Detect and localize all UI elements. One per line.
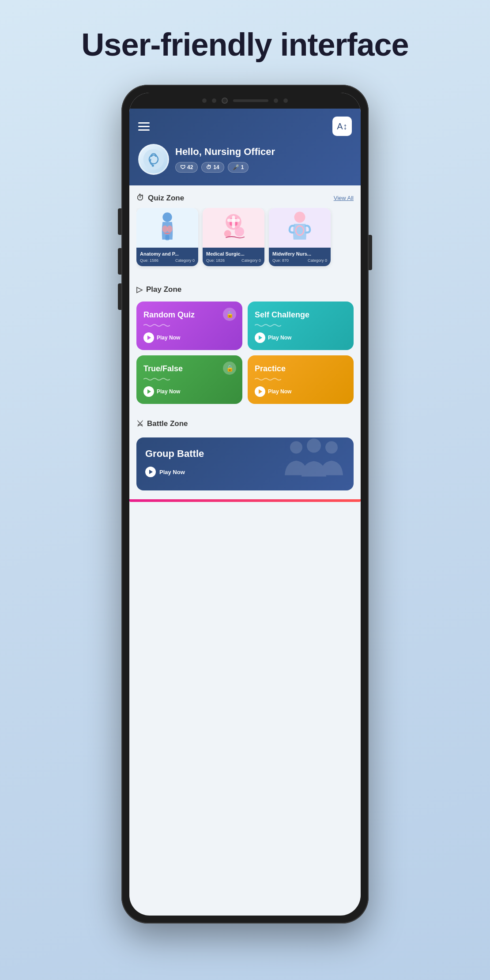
notch-speaker (233, 99, 268, 102)
battle-zone-title: ⚔ Battle Zone (136, 419, 188, 429)
svg-point-19 (325, 441, 338, 454)
play-card-random[interactable]: 🔒 Random Quiz Play Now (136, 302, 242, 350)
play-btn-truefalse[interactable]: Play Now (143, 386, 235, 397)
wave-random (143, 323, 170, 328)
play-card-title-truefalse: True/False (143, 364, 235, 374)
play-zone: ▷ Play Zone 🔒 Random Quiz (136, 277, 354, 404)
anatomy-image (150, 210, 185, 245)
quiz-cat-anatomy: Category 0 (175, 258, 195, 263)
phone-frame: A↕ (121, 85, 369, 923)
svg-point-14 (224, 230, 231, 237)
stat-badge-mic: 🎤 1 (228, 162, 249, 173)
play-btn-label-truefalse: Play Now (157, 388, 180, 395)
quiz-zone-icon: ⏱ (136, 193, 144, 203)
app-header: A↕ (129, 109, 361, 185)
play-zone-icon: ▷ (136, 285, 143, 294)
svg-point-7 (167, 226, 172, 233)
play-btn-circle-random (143, 332, 154, 343)
app-content: A↕ (129, 109, 361, 916)
quiz-card-image-anatomy (136, 208, 198, 248)
notch-camera (222, 98, 228, 104)
battle-card-group[interactable]: Group Battle Play Now (136, 437, 354, 490)
avatar (138, 144, 169, 175)
quiz-card-medical[interactable]: Medical Surgic... Que: 1826 Category 0 (203, 208, 264, 266)
svg-rect-12 (227, 219, 240, 222)
avatar-image (143, 148, 165, 170)
quiz-card-title-midwifery: Midwifery Nurs... (272, 251, 327, 256)
battle-zone-label: Battle Zone (147, 419, 188, 428)
bottom-bar (129, 499, 361, 502)
notch-dot-left (202, 98, 207, 103)
play-triangle-self (259, 335, 262, 340)
play-btn-practice[interactable]: Play Now (255, 386, 347, 397)
main-content: ⏱ Quiz Zone View All (129, 185, 361, 499)
play-triangle-truefalse (147, 389, 151, 394)
play-btn-random[interactable]: Play Now (143, 332, 235, 343)
stat-value-mic: 1 (241, 164, 244, 170)
play-grid: 🔒 Random Quiz Play Now (136, 302, 354, 404)
svg-point-0 (143, 149, 164, 170)
lock-icon-random: 🔒 (223, 308, 236, 321)
shield-icon: 🛡 (180, 164, 185, 170)
play-card-title-self: Self Challenge (255, 310, 347, 320)
stats-row: 🛡 42 ⏱ 14 🎤 1 (175, 162, 352, 173)
play-card-truefalse[interactable]: 🔒 True/False Play Now (136, 355, 242, 404)
play-btn-label-random: Play Now (157, 335, 180, 341)
stat-badge-timer: ⏱ 14 (201, 162, 224, 173)
quiz-card-info-midwifery: Midwifery Nurs... Que: 870 Category 0 (269, 248, 331, 266)
menu-line-2 (138, 126, 150, 127)
play-card-title-practice: Practice (255, 364, 347, 374)
svg-point-5 (162, 212, 172, 222)
svg-rect-11 (232, 215, 235, 228)
stat-badge-shield: 🛡 42 (175, 162, 198, 173)
play-card-practice[interactable]: Practice Play Now (248, 355, 354, 404)
battle-bg-people-icon (279, 438, 349, 490)
wave-truefalse (143, 377, 170, 382)
quiz-card-info-medical: Medical Surgic... Que: 1826 Category 0 (203, 248, 264, 266)
quiz-que-medical: Que: 1826 (206, 258, 225, 263)
stat-value-shield: 42 (187, 164, 193, 170)
phone-notch (129, 93, 361, 109)
play-card-self[interactable]: Self Challenge Play Now (248, 302, 354, 350)
quiz-que-midwifery: Que: 870 (272, 258, 289, 263)
menu-line-1 (138, 122, 150, 124)
notch-dot-mid (212, 98, 216, 103)
play-triangle-practice (259, 389, 262, 394)
play-triangle-random (147, 335, 151, 340)
quiz-cat-medical: Category 0 (241, 258, 261, 263)
svg-point-13 (235, 227, 244, 236)
page-title: User-friendly interface (81, 26, 408, 63)
play-card-title-random: Random Quiz (143, 310, 235, 320)
stat-value-timer: 14 (213, 164, 219, 170)
play-btn-label-self: Play Now (268, 335, 291, 341)
header-top: A↕ (138, 117, 352, 136)
quiz-card-meta-medical: Que: 1826 Category 0 (206, 258, 261, 263)
medical-image (216, 210, 251, 245)
quiz-card-info-anatomy: Anatomy and P... Que: 1586 Category 0 (136, 248, 198, 266)
play-btn-circle-truefalse (143, 386, 154, 397)
mic-icon: 🎤 (233, 164, 239, 170)
quiz-card-title-medical: Medical Surgic... (206, 251, 261, 256)
user-name: Hello, Nursing Officer (175, 146, 352, 158)
play-btn-circle-self (255, 332, 265, 343)
notch-dot-r1 (274, 98, 278, 103)
quiz-cat-midwifery: Category 0 (308, 258, 327, 263)
battle-triangle (149, 470, 153, 474)
battle-zone: ⚔ Battle Zone Group Battle Play Now (136, 411, 354, 499)
view-all-button[interactable]: View All (334, 195, 354, 201)
quiz-zone-title: ⏱ Quiz Zone (136, 193, 184, 203)
quiz-card-anatomy[interactable]: Anatomy and P... Que: 1586 Category 0 (136, 208, 198, 266)
svg-point-15 (294, 212, 305, 223)
quiz-card-image-medical (203, 208, 264, 248)
play-zone-title: ▷ Play Zone (136, 285, 181, 294)
menu-button[interactable] (138, 122, 150, 131)
quiz-card-midwifery[interactable]: Midwifery Nurs... Que: 870 Category 0 (269, 208, 331, 266)
translate-button[interactable]: A↕ (332, 117, 352, 136)
play-btn-label-practice: Play Now (268, 388, 291, 395)
quiz-card-image-midwifery (269, 208, 331, 248)
quiz-card-title-anatomy: Anatomy and P... (140, 251, 195, 256)
wave-practice (255, 377, 281, 382)
play-btn-self[interactable]: Play Now (255, 332, 347, 343)
quiz-que-anatomy: Que: 1586 (140, 258, 158, 263)
timer-icon: ⏱ (206, 164, 211, 170)
